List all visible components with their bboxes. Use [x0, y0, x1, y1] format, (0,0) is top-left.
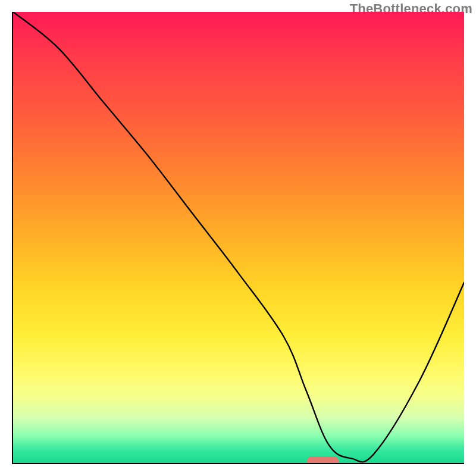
plot-area: [12, 12, 464, 464]
bottleneck-curve: [13, 12, 464, 463]
chart-container: TheBottleneck.com: [0, 0, 476, 476]
